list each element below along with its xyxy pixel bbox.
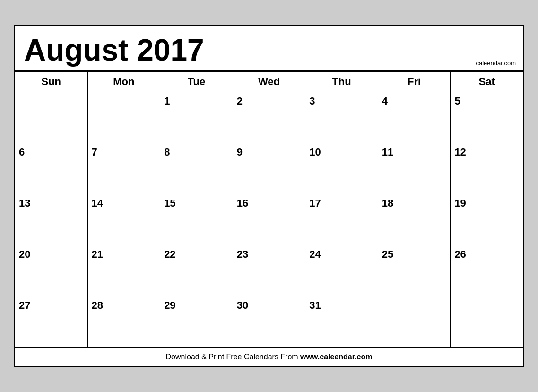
day-cell-11: 11 xyxy=(378,143,451,194)
footer-bold: www.caleendar.com xyxy=(300,353,372,361)
day-number: 29 xyxy=(164,299,175,311)
day-number: 8 xyxy=(164,146,170,158)
day-header-mon: Mon xyxy=(87,72,160,92)
day-number: 23 xyxy=(237,248,248,260)
day-number: 4 xyxy=(382,95,388,107)
day-cell-29: 29 xyxy=(160,296,233,348)
day-cell-26: 26 xyxy=(451,245,523,296)
day-header-tue: Tue xyxy=(160,72,233,92)
day-number: 14 xyxy=(92,197,103,209)
calendar-grid: SunMonTueWedThuFriSat 123456789101112131… xyxy=(15,71,523,348)
day-number: 10 xyxy=(309,146,321,158)
week-row-4: 2728293031 xyxy=(15,296,523,348)
calendar-title: August 2017 xyxy=(24,34,514,67)
day-cell-3: 3 xyxy=(305,92,378,143)
week-row-0: 12345 xyxy=(15,92,523,143)
day-cell-1: 1 xyxy=(160,92,233,143)
day-number: 16 xyxy=(237,197,248,209)
day-number: 21 xyxy=(92,248,103,260)
day-cell-14: 14 xyxy=(87,194,160,245)
day-number: 13 xyxy=(19,197,30,209)
day-cell-20: 20 xyxy=(15,245,88,296)
day-cell-10: 10 xyxy=(305,143,378,194)
day-cell-28: 28 xyxy=(87,296,160,348)
day-number: 7 xyxy=(92,146,97,158)
day-cell-31: 31 xyxy=(305,296,378,348)
day-header-fri: Fri xyxy=(378,72,451,92)
day-cell-24: 24 xyxy=(305,245,378,296)
day-cell-16: 16 xyxy=(233,194,305,245)
day-number: 19 xyxy=(454,197,466,209)
day-number: 3 xyxy=(309,95,315,107)
day-cell-19: 19 xyxy=(451,194,523,245)
day-header-sat: Sat xyxy=(451,72,523,92)
day-number: 5 xyxy=(454,95,460,107)
day-cell-21: 21 xyxy=(87,245,160,296)
day-cell-30: 30 xyxy=(233,296,305,348)
days-header-row: SunMonTueWedThuFriSat xyxy=(15,72,523,92)
calendar-body: 1234567891011121314151617181920212223242… xyxy=(15,92,523,348)
day-number: 20 xyxy=(19,248,30,260)
day-number: 31 xyxy=(309,299,321,311)
day-header-thu: Thu xyxy=(305,72,378,92)
day-cell-18: 18 xyxy=(378,194,451,245)
empty-cell xyxy=(378,296,451,348)
day-number: 27 xyxy=(19,299,30,311)
empty-cell xyxy=(451,296,523,348)
day-cell-2: 2 xyxy=(233,92,305,143)
day-cell-5: 5 xyxy=(451,92,523,143)
day-header-sun: Sun xyxy=(15,72,88,92)
week-row-1: 6789101112 xyxy=(15,143,523,194)
day-cell-8: 8 xyxy=(160,143,233,194)
day-number: 12 xyxy=(454,146,466,158)
week-row-2: 13141516171819 xyxy=(15,194,523,245)
day-number: 25 xyxy=(382,248,393,260)
day-number: 30 xyxy=(237,299,248,311)
day-number: 24 xyxy=(309,248,321,260)
day-number: 28 xyxy=(92,299,103,311)
day-number: 22 xyxy=(164,248,175,260)
calendar-header: August 2017 caleendar.com xyxy=(15,26,523,71)
day-cell-15: 15 xyxy=(160,194,233,245)
day-cell-6: 6 xyxy=(15,143,88,194)
day-cell-17: 17 xyxy=(305,194,378,245)
day-cell-27: 27 xyxy=(15,296,88,348)
day-number: 2 xyxy=(237,95,243,107)
day-cell-25: 25 xyxy=(378,245,451,296)
day-number: 15 xyxy=(164,197,175,209)
day-number: 17 xyxy=(309,197,321,209)
empty-cell xyxy=(87,92,160,143)
calendar-source: caleendar.com xyxy=(476,60,516,67)
day-cell-22: 22 xyxy=(160,245,233,296)
week-row-3: 20212223242526 xyxy=(15,245,523,296)
day-cell-13: 13 xyxy=(15,194,88,245)
day-header-wed: Wed xyxy=(233,72,305,92)
day-cell-23: 23 xyxy=(233,245,305,296)
day-number: 9 xyxy=(237,146,243,158)
empty-cell xyxy=(15,92,88,143)
day-number: 18 xyxy=(382,197,393,209)
day-number: 11 xyxy=(382,146,393,158)
day-number: 26 xyxy=(454,248,466,260)
day-number: 1 xyxy=(164,95,170,107)
calendar-footer: Download & Print Free Calendars From www… xyxy=(15,348,523,366)
day-cell-7: 7 xyxy=(87,143,160,194)
footer-text: Download & Print Free Calendars From xyxy=(166,353,301,361)
day-cell-12: 12 xyxy=(451,143,523,194)
day-number: 6 xyxy=(19,146,25,158)
day-cell-9: 9 xyxy=(233,143,305,194)
day-cell-4: 4 xyxy=(378,92,451,143)
calendar-container: August 2017 caleendar.com SunMonTueWedTh… xyxy=(14,25,524,367)
